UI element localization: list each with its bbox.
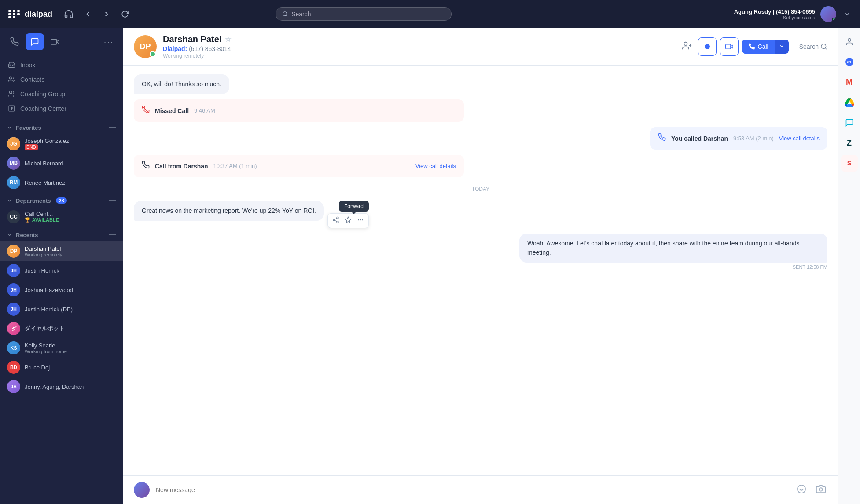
outgoing-call-icon	[658, 133, 666, 143]
recent-justin[interactable]: JH Justin Herrick	[0, 261, 123, 280]
svg-point-26	[337, 221, 338, 223]
user-menu-button[interactable]	[842, 8, 853, 20]
top-navigation: dialpad Agung Rusdy | (415) 854-0695 Set…	[0, 0, 860, 28]
kelly-info: Kelly Searle Working from home	[25, 342, 116, 354]
search-icon	[282, 11, 288, 17]
call-button[interactable]: Call	[742, 40, 775, 54]
forward-button[interactable]	[100, 7, 113, 21]
recent-darshan[interactable]: DP Darshan Patel Working remotely	[0, 241, 123, 261]
msg-text-2: Great news on the marketing report. We'r…	[142, 207, 316, 214]
svg-marker-10	[56, 40, 59, 44]
coaching-center-label: Coaching Center	[20, 105, 66, 112]
favorites-label: Favorites	[16, 124, 41, 131]
star-icon[interactable]: ☆	[225, 35, 231, 44]
sidebar-item-inbox[interactable]: Inbox	[0, 58, 123, 72]
joseph-info: Joseph Gonzalez DND	[25, 138, 116, 150]
search-chat-link[interactable]: Search	[799, 43, 827, 50]
sidebar-item-coaching-group[interactable]: Coaching Group	[0, 87, 123, 101]
back-button[interactable]	[81, 7, 95, 21]
departments-label: Departments	[16, 197, 51, 204]
incoming-call-details-link[interactable]: View call details	[415, 163, 456, 169]
call-button-label: Call	[758, 43, 768, 50]
darshan-sidebar-avatar: DP	[7, 245, 20, 258]
contact-item-joseph[interactable]: JG Joseph Gonzalez DND	[0, 134, 123, 153]
kelly-sub: Working from home	[25, 349, 116, 354]
add-person-button[interactable]	[680, 38, 695, 55]
recent-bruce[interactable]: BD Bruce Dej	[0, 358, 123, 377]
search-action[interactable]: Search	[799, 43, 827, 50]
msg-text-3: Woah! Awesome. Let's chat later today ab…	[527, 240, 800, 256]
user-info: Agung Rusdy | (415) 854-0695 Set your st…	[734, 8, 815, 20]
person-icon	[845, 37, 854, 46]
chat-area: DP Darshan Patel ☆ Dialpad: (617) 863-80…	[123, 28, 838, 504]
recents-section-header[interactable]: Recents —	[0, 226, 123, 241]
msg-bubble-received-2: Great news on the marketing report. We'r…	[134, 201, 324, 221]
camera-button[interactable]	[814, 482, 827, 498]
video-call-button[interactable]	[720, 37, 739, 56]
outgoing-call-label: You called Darshan	[671, 135, 728, 142]
message-input[interactable]	[156, 486, 789, 493]
svg-rect-20	[725, 44, 730, 49]
msg-bubble-received-1: OK, will do! Thanks so much.	[134, 74, 229, 94]
search-bar[interactable]	[276, 7, 452, 21]
emoji-button[interactable]	[795, 482, 808, 498]
contact-item-renee[interactable]: RM Renee Martinez	[0, 173, 123, 192]
sidebar-tab-chat[interactable]	[26, 33, 44, 50]
inbox-icon	[7, 61, 16, 69]
svg-point-30	[358, 219, 359, 221]
contact-item-michel[interactable]: MB Michel Bernard	[0, 153, 123, 173]
more-dots-icon: ···	[104, 37, 114, 47]
sidebar-tab-more[interactable]: ···	[99, 33, 118, 50]
svg-point-21	[821, 44, 826, 49]
user-status-text[interactable]: Set your status	[734, 15, 815, 20]
departments-section-header[interactable]: Departments 28 —	[0, 192, 123, 207]
right-icon-drive[interactable]	[841, 94, 858, 111]
right-icon-calendar[interactable]: 31	[841, 54, 858, 70]
dept-callcenter[interactable]: CC Call Cent... 🏆 AVAILABLE	[0, 207, 123, 226]
favorites-minus-icon[interactable]: —	[109, 124, 116, 131]
recent-joshua[interactable]: JH Joshua Hazelwood	[0, 280, 123, 299]
emoji-icon	[797, 484, 806, 494]
star-message-button[interactable]	[343, 215, 353, 226]
share-message-button[interactable]	[331, 215, 341, 226]
outgoing-call-details-link[interactable]: View call details	[779, 135, 820, 142]
right-icon-zendesk[interactable]: Z	[841, 135, 858, 151]
right-icon-gmail[interactable]: M	[841, 74, 858, 91]
record-button[interactable]	[698, 37, 717, 56]
recent-justin-dp[interactable]: JH Justin Herrick (DP)	[0, 299, 123, 319]
left-sidebar: ··· Inbox Contacts Coaching Gro	[0, 28, 123, 504]
sidebar-item-contacts[interactable]: Contacts	[0, 72, 123, 87]
recents-minus-icon[interactable]: —	[109, 231, 116, 239]
favorites-section-header[interactable]: Favorites —	[0, 119, 123, 134]
refresh-button[interactable]	[118, 7, 132, 21]
chat-contact-phone: Dialpad: (617) 863-8014	[163, 45, 680, 52]
joshua-name: Joshua Hazelwood	[25, 287, 116, 293]
right-icon-person[interactable]	[841, 33, 858, 50]
recent-kelly[interactable]: KS Kelly Searle Working from home	[0, 338, 123, 358]
call-dropdown-caret[interactable]	[775, 40, 789, 54]
messages-area[interactable]: OK, will do! Thanks so much. Missed Call…	[123, 66, 838, 475]
departments-badge: 28	[56, 197, 66, 204]
main-content: ··· Inbox Contacts Coaching Gro	[0, 28, 860, 504]
more-actions-button[interactable]	[355, 215, 366, 226]
right-icon-sheets[interactable]: S	[841, 155, 858, 172]
headset-button[interactable]	[61, 7, 76, 22]
justin-avatar: JH	[7, 264, 20, 277]
sent-time: SENT 12:58 PM	[519, 264, 827, 270]
right-icon-chat[interactable]	[841, 114, 858, 131]
kelly-name: Kelly Searle	[25, 342, 116, 349]
outgoing-call-item: You called Darshan 9:53 AM (2 min) View …	[650, 127, 827, 150]
svg-point-15	[684, 42, 687, 45]
user-avatar[interactable]	[820, 6, 836, 22]
message-action-buttons	[327, 213, 369, 228]
sidebar-item-coaching-center[interactable]: Coaching Center	[0, 101, 123, 116]
departments-minus-icon[interactable]: —	[109, 197, 116, 205]
recent-dialbot[interactable]: ダ ダイヤルボット	[0, 319, 123, 338]
svg-point-33	[798, 485, 805, 493]
recent-jenny[interactable]: JA Jenny, Agung, Darshan	[0, 377, 123, 396]
chat-actions: Call Search	[680, 37, 827, 56]
search-input[interactable]	[291, 11, 445, 18]
date-divider-text: TODAY	[472, 186, 489, 192]
sidebar-tab-phone[interactable]	[5, 33, 24, 50]
sidebar-tab-video[interactable]	[46, 33, 64, 50]
